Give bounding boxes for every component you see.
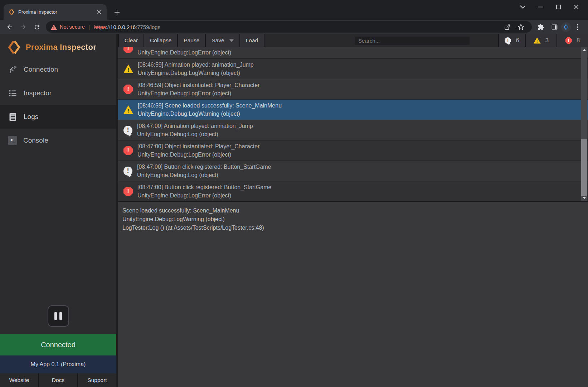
log-message: [08:47:00] Button click registered: Butt… xyxy=(137,163,271,171)
sidebar-item-label: Console xyxy=(23,137,48,144)
log-level-icon xyxy=(123,85,133,94)
reload-icon[interactable] xyxy=(30,21,44,33)
log-stack: UnityEngine.Debug:LogWarning (object) xyxy=(138,110,282,118)
url-path: :7759/logs xyxy=(136,24,160,30)
side-panel-icon[interactable] xyxy=(548,21,561,33)
log-message: [08:47:00] Object instantiated: Player_C… xyxy=(137,142,260,150)
log-stack: UnityEngine.Debug:LogError (object) xyxy=(137,150,260,159)
browser-tab[interactable]: Proxima Inspector xyxy=(4,4,107,20)
sidebar-footer: Website Docs Support xyxy=(0,373,116,387)
back-icon[interactable] xyxy=(3,21,16,33)
logs-toolbar: Clear Collapse Pause Save Load 6 3 8 xyxy=(118,34,588,47)
log-message: [08:46:59] Object instantiated: Player_C… xyxy=(137,81,260,89)
app-info-text: My App 0.1 (Proxima) xyxy=(31,361,86,368)
log-message: [08:46:59] Animation played: animation_J… xyxy=(138,61,254,69)
sidebar-item-inspector[interactable]: Inspector xyxy=(0,81,116,105)
log-stack: UnityEngine.Debug:Log (object) xyxy=(137,130,253,138)
save-dropdown-caret-icon[interactable] xyxy=(229,39,234,42)
log-scrollbar[interactable] xyxy=(581,47,587,201)
log-stack: UnityEngine.Debug:Log (object) xyxy=(137,171,271,179)
log-row[interactable]: [08:46:59] Scene loaded successfully: Sc… xyxy=(118,100,588,120)
log-level-icon xyxy=(123,64,133,73)
footer-link-website[interactable]: Website xyxy=(0,373,38,387)
log-level-icon xyxy=(123,146,133,155)
terminal-icon: >_ xyxy=(8,136,17,145)
footer-link-docs[interactable]: Docs xyxy=(38,373,77,387)
warning-count: 3 xyxy=(545,37,549,44)
search-input[interactable] xyxy=(354,36,470,45)
list-tree-icon xyxy=(8,89,18,98)
window-close-button[interactable] xyxy=(567,0,585,14)
log-stack: UnityEngine.Debug:LogError (object) xyxy=(137,89,260,97)
log-level-icon xyxy=(123,187,133,196)
address-bar[interactable]: Not secure | https://10.0.0.216:7759/log… xyxy=(46,21,532,33)
connection-status-banner: Connected xyxy=(0,334,116,355)
window-maximize-button[interactable] xyxy=(549,0,567,14)
error-count-filter[interactable]: 8 xyxy=(557,34,588,47)
log-row[interactable]: [08:47:00] Button click registered: Butt… xyxy=(118,161,588,181)
bookmark-star-icon[interactable] xyxy=(514,21,528,33)
logs-page: Clear Collapse Pause Save Load 6 3 8 xyxy=(118,34,588,387)
satellite-dish-icon xyxy=(8,65,18,75)
detail-message: Scene loaded successfully: Scene_MainMen… xyxy=(122,206,583,215)
save-button[interactable]: Save xyxy=(206,34,240,47)
sidebar-item-logs[interactable]: Logs xyxy=(0,105,116,129)
scrollbar-thumb[interactable] xyxy=(581,139,587,196)
url-scheme: https xyxy=(94,24,106,30)
log-list: UnityEngine.Debug:LogError (object) [08:… xyxy=(118,47,588,202)
log-row[interactable]: UnityEngine.Debug:LogError (object) xyxy=(118,47,588,59)
tab-search-chevron-icon[interactable] xyxy=(514,0,531,14)
log-row[interactable]: [08:47:00] Button click registered: Butt… xyxy=(118,181,588,202)
info-count-filter[interactable]: 6 xyxy=(498,34,525,47)
scroll-down-arrow-icon[interactable] xyxy=(581,195,587,200)
pause-stream-button[interactable] xyxy=(48,305,69,327)
log-level-icon xyxy=(123,167,132,176)
log-row[interactable]: [08:47:00] Animation played: animation_J… xyxy=(118,120,588,140)
load-button[interactable]: Load xyxy=(240,34,264,47)
sidebar: Proxima Inspector Connection xyxy=(0,34,116,387)
sidebar-item-connection[interactable]: Connection xyxy=(0,58,116,81)
url-host: 10.0.0.216 xyxy=(110,24,136,30)
log-detail-pane: Scene loaded successfully: Scene_MainMen… xyxy=(118,202,588,387)
app-title: Proxima Inspector xyxy=(26,43,96,52)
footer-link-support[interactable]: Support xyxy=(77,373,116,387)
not-secure-label: Not secure xyxy=(60,24,85,30)
log-level-icon xyxy=(123,126,132,135)
log-level-icon xyxy=(123,47,133,53)
log-stack: UnityEngine.Debug:LogError (object) xyxy=(137,48,231,57)
browser-menu-dots-icon[interactable] xyxy=(571,21,584,33)
log-row[interactable]: [08:47:00] Object instantiated: Player_C… xyxy=(118,140,588,161)
share-icon[interactable] xyxy=(500,21,514,33)
browser-titlebar: Proxima Inspector xyxy=(0,0,588,20)
sidebar-item-label: Connection xyxy=(24,66,58,73)
scroll-up-arrow-icon[interactable] xyxy=(581,48,587,53)
proxima-diamond-logo-icon xyxy=(7,40,21,54)
forward-icon[interactable] xyxy=(16,21,30,33)
pause-button[interactable]: Pause xyxy=(178,34,206,47)
extensions-puzzle-icon[interactable] xyxy=(534,21,548,33)
new-tab-button[interactable] xyxy=(112,7,122,18)
log-stack: UnityEngine.Debug:LogError (object) xyxy=(137,191,271,200)
tab-title: Proxima Inspector xyxy=(18,9,95,15)
clear-button[interactable]: Clear xyxy=(118,34,144,47)
log-row[interactable]: [08:46:59] Object instantiated: Player_C… xyxy=(118,79,588,100)
url-text: https://10.0.0.216:7759/logs xyxy=(94,24,160,30)
profile-avatar[interactable] xyxy=(561,22,571,32)
log-rows: UnityEngine.Debug:LogError (object) [08:… xyxy=(118,47,588,202)
log-message: [08:46:59] Scene loaded successfully: Sc… xyxy=(138,101,282,110)
tab-close-icon[interactable] xyxy=(95,8,103,16)
log-level-icon xyxy=(123,105,133,114)
browser-navbar: Not secure | https://10.0.0.216:7759/log… xyxy=(0,20,588,34)
app-logo: Proxima Inspector xyxy=(0,37,116,58)
detail-stack-2: LogTester:Log () (at Assets/TestScripts/… xyxy=(122,224,583,232)
sidebar-item-console[interactable]: >_ Console xyxy=(0,129,116,152)
log-message: [08:47:00] Button click registered: Butt… xyxy=(137,183,271,191)
omnibox-divider: | xyxy=(88,24,90,30)
window-minimize-button[interactable] xyxy=(531,0,549,14)
log-row[interactable]: [08:46:59] Animation played: animation_J… xyxy=(118,59,588,79)
collapse-button[interactable]: Collapse xyxy=(144,34,178,47)
connection-status-text: Connected xyxy=(41,341,76,349)
log-document-icon xyxy=(8,112,18,122)
warning-count-filter[interactable]: 3 xyxy=(525,34,557,47)
log-message: [08:47:00] Animation played: animation_J… xyxy=(137,122,253,130)
